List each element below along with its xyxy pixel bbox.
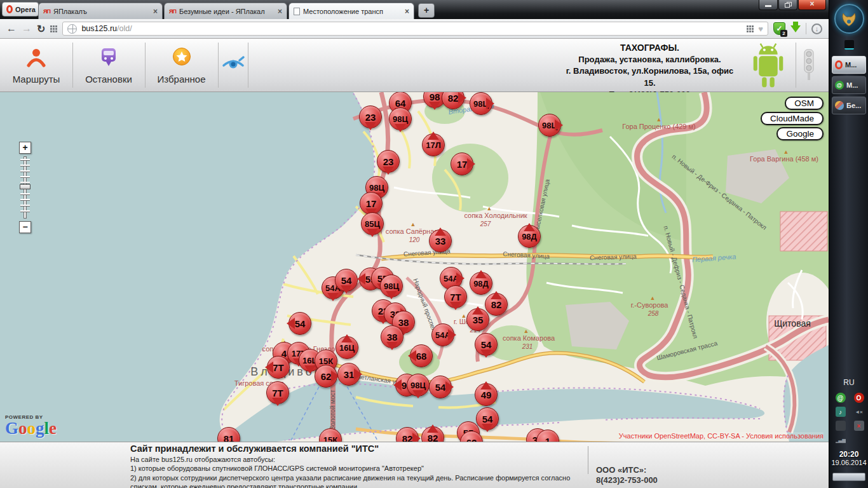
- bus-marker[interactable]: 98Д: [518, 225, 541, 248]
- bus-marker[interactable]: 98Ц: [389, 107, 412, 130]
- layer-button-osm[interactable]: OSM: [785, 97, 824, 110]
- osm-link[interactable]: OpenStreetMap: [654, 432, 703, 440]
- opera-menu-button[interactable]: Opera: [2, 2, 39, 17]
- bus-marker[interactable]: 54: [288, 312, 311, 335]
- bus-marker[interactable]: 54: [475, 333, 498, 356]
- mailru-agent-icon[interactable]: @: [836, 393, 846, 403]
- footer-line: Сайт принадлежит и обслуживается компани…: [130, 444, 570, 454]
- taskbar-button-opera[interactable]: M...: [832, 56, 866, 74]
- browser-tab[interactable]: ЯПБезумные идеи - ЯПлакал×: [164, 3, 287, 19]
- bus-marker[interactable]: 17: [451, 152, 473, 175]
- bus-marker[interactable]: 98Д: [470, 272, 492, 295]
- tab-close-icon[interactable]: ×: [153, 7, 158, 16]
- traffic-light-icon[interactable]: [802, 49, 816, 81]
- url-field[interactable]: bus125.ru/old/ ♥: [62, 22, 768, 36]
- bus-route-number: 54: [295, 318, 306, 329]
- footer-line: На сайте bus125.ru отображаются автобусы…: [130, 456, 570, 463]
- bus-marker[interactable]: 15К: [319, 428, 342, 442]
- restore-button[interactable]: [778, 0, 797, 10]
- bus-route-number: 85Ц: [365, 219, 380, 229]
- volume-muted-icon[interactable]: ◄×: [854, 407, 864, 417]
- bus-marker[interactable]: 23: [377, 150, 400, 173]
- bus-marker[interactable]: 82: [421, 426, 444, 442]
- language-indicator[interactable]: RU: [829, 378, 868, 387]
- tab-close-icon[interactable]: ×: [278, 7, 282, 16]
- google-logo-letter: e: [49, 419, 57, 438]
- bus-route-number: 98Ц: [410, 381, 426, 390]
- toolbar-button-Маршруты[interactable]: Маршруты: [0, 39, 72, 92]
- taskbar-button-mailru[interactable]: @M...: [832, 76, 866, 94]
- zoom-slider[interactable]: [19, 156, 31, 219]
- bus-marker[interactable]: 98Ц: [470, 92, 492, 115]
- layer-button-cloudmade[interactable]: CloudMade: [761, 112, 824, 125]
- back-icon[interactable]: ←: [6, 23, 17, 34]
- start-button[interactable]: [834, 4, 864, 34]
- downloads-icon[interactable]: ↓: [811, 24, 822, 34]
- bus-marker[interactable]: 17Л: [422, 133, 445, 156]
- browser-tab[interactable]: ЯПЯПлакалъ×: [38, 3, 163, 19]
- bus-marker[interactable]: 82: [396, 427, 419, 442]
- map[interactable]: Вторая речка▲Гора Проценко (429 м)▲Гора …: [0, 92, 829, 442]
- google-logo-letter: G: [5, 419, 18, 438]
- palette-icon: [835, 101, 844, 110]
- bus-marker[interactable]: 7Т: [444, 285, 467, 308]
- bus-marker[interactable]: 82: [442, 92, 465, 109]
- toolbar-button-Избранное[interactable]: Избранное: [145, 39, 218, 92]
- notification-area-icon[interactable]: [844, 40, 854, 50]
- show-desktop-button[interactable]: [832, 473, 865, 481]
- bus-marker[interactable]: 98Ц: [407, 374, 430, 396]
- tab-close-icon[interactable]: ×: [405, 7, 409, 16]
- google-logo-letter: g: [36, 419, 44, 438]
- clock-time[interactable]: 20:20: [829, 450, 868, 459]
- security-shield-icon[interactable]: ✓2: [773, 22, 785, 35]
- bus-marker[interactable]: 81: [217, 427, 240, 442]
- turbo-arrow-icon[interactable]: [790, 25, 801, 37]
- minimize-button[interactable]: [759, 0, 778, 10]
- bus-marker[interactable]: 62: [315, 365, 337, 388]
- toolbar-button-label: Остановки: [85, 74, 132, 85]
- bus-marker[interactable]: 7Т: [267, 356, 290, 379]
- bus-marker[interactable]: 85Ц: [361, 212, 384, 235]
- reload-icon[interactable]: ↻: [37, 23, 45, 35]
- bus-marker[interactable]: 98Ц: [380, 274, 403, 297]
- clock-date[interactable]: 19.06.2014: [829, 459, 868, 466]
- bus-marker[interactable]: 31: [337, 363, 360, 386]
- zoom-out-button[interactable]: −: [19, 221, 31, 233]
- taskbar-button-palette[interactable]: Бе...: [832, 97, 866, 114]
- new-tab-button[interactable]: +: [418, 3, 435, 18]
- extensions-grid-icon[interactable]: [747, 25, 754, 32]
- bus-marker[interactable]: 54: [429, 376, 452, 398]
- layer-button-google[interactable]: Google: [776, 127, 824, 140]
- terms-link[interactable]: Условия использования: [746, 432, 824, 440]
- bus-marker[interactable]: 33: [429, 229, 452, 252]
- bookmark-heart-icon[interactable]: ♥: [758, 24, 763, 34]
- toolbar-button-Остановки[interactable]: Остановки: [72, 39, 145, 92]
- bus-marker[interactable]: 16Ц: [336, 336, 358, 359]
- tab-bar: Opera ЯПЯПлакалъ×ЯПБезумные идеи - ЯПлак…: [0, 0, 829, 19]
- bus-route-number: 68: [416, 351, 427, 362]
- yaplakal-favicon: ЯП: [169, 8, 176, 15]
- bus-marker[interactable]: 23: [359, 105, 382, 128]
- bus-marker[interactable]: 82: [485, 293, 508, 316]
- network-error-icon[interactable]: ×: [854, 421, 864, 431]
- bus-marker[interactable]: 68: [410, 344, 433, 367]
- forward-icon[interactable]: →: [22, 23, 32, 34]
- zoom-slider-handle[interactable]: [20, 184, 31, 189]
- bus-marker[interactable]: 35: [466, 308, 489, 331]
- zoom-in-button[interactable]: +: [19, 142, 31, 154]
- bus-marker[interactable]: 17: [360, 192, 383, 215]
- power-plug-icon[interactable]: [836, 421, 846, 431]
- browser-tab[interactable]: Местоположение трансп×: [288, 3, 414, 19]
- bus-marker[interactable]: 54А: [431, 323, 454, 346]
- bus-marker[interactable]: 98Ц: [538, 114, 561, 137]
- bus-marker[interactable]: 7Т: [266, 381, 289, 404]
- bus-marker[interactable]: 54: [476, 407, 499, 430]
- opera-tray-icon[interactable]: O: [854, 393, 864, 403]
- close-button[interactable]: ×: [798, 0, 826, 10]
- toolbar-button-eye[interactable]: [218, 39, 248, 92]
- speed-dial-icon[interactable]: [50, 25, 57, 32]
- bus-marker[interactable]: 49: [475, 383, 498, 406]
- wifi-signal-icon[interactable]: ▁▃▅: [836, 435, 846, 445]
- bus-marker[interactable]: 38: [381, 325, 403, 348]
- music-player-icon[interactable]: ♪: [836, 407, 846, 417]
